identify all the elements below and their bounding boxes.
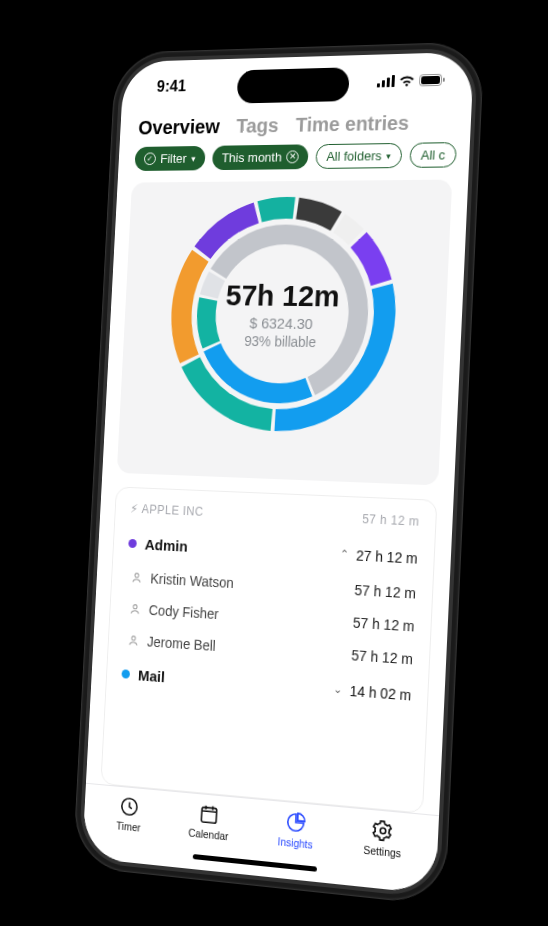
close-circle-icon: ✕ [286, 150, 299, 163]
chevron-down-icon: ⌄ [333, 683, 342, 697]
bolt-icon: ⚡︎ [130, 502, 138, 516]
person-name: Cody Fisher [148, 602, 219, 622]
svg-rect-0 [377, 83, 380, 87]
nav-calendar[interactable]: Calendar [188, 801, 230, 842]
folders-chip[interactable]: All folders ▾ [315, 143, 402, 169]
tab-time-entries[interactable]: Time entries [295, 112, 409, 137]
screen: 9:41 Overview Tags Time entries ✓ Filter… [82, 52, 474, 895]
period-label: This month [221, 150, 282, 166]
svg-point-9 [132, 636, 136, 640]
nav-settings-label: Settings [363, 843, 401, 859]
group-time: 14 h 02 m [349, 682, 411, 703]
person-time: 57 h 12 m [353, 614, 415, 634]
calendar-icon [198, 802, 220, 826]
status-time: 9:41 [156, 78, 186, 96]
group-color-dot [128, 539, 137, 548]
donut-chart: 57h 12m $ 6324.30 93% billable [162, 192, 405, 439]
extra-label: All c [421, 147, 446, 162]
nav-insights[interactable]: Insights [277, 810, 314, 851]
donut-center: 57h 12m $ 6324.30 93% billable [162, 192, 405, 439]
company-time: 57 h 12 m [362, 512, 420, 529]
dynamic-island [237, 67, 350, 103]
summary-chart-card: 57h 12m $ 6324.30 93% billable [117, 180, 452, 486]
tab-tags[interactable]: Tags [236, 114, 279, 137]
clock-icon [119, 795, 140, 819]
battery-icon [419, 74, 445, 87]
nav-calendar-label: Calendar [188, 826, 229, 842]
chevron-down-icon: ▾ [191, 153, 196, 163]
person-name: Kristin Watson [150, 571, 234, 592]
person-icon [130, 570, 143, 584]
svg-point-8 [133, 605, 137, 609]
svg-rect-1 [382, 80, 385, 87]
company-name: APPLE INC [141, 502, 204, 519]
person-icon [128, 602, 141, 617]
chevron-down-icon: ▾ [386, 151, 391, 161]
extra-chip[interactable]: All c [409, 142, 456, 168]
svg-rect-3 [391, 75, 395, 87]
nav-timer-label: Timer [116, 819, 141, 833]
filter-chip[interactable]: ✓ Filter ▾ [134, 146, 205, 171]
phone-frame: 9:41 Overview Tags Time entries ✓ Filter… [72, 41, 484, 906]
gear-icon [372, 818, 395, 843]
chevron-up-icon: ⌃ [339, 547, 348, 561]
nav-timer[interactable]: Timer [116, 795, 142, 834]
svg-rect-2 [387, 78, 390, 88]
person-time: 57 h 12 m [354, 582, 416, 602]
breakdown-list: ⚡︎APPLE INC 57 h 12 m Admin ⌃ 27 h 12 m … [100, 486, 437, 813]
status-icons [377, 74, 445, 88]
svg-rect-5 [421, 76, 440, 85]
pie-chart-icon [285, 810, 307, 834]
filter-chips: ✓ Filter ▾ This month ✕ All folders ▾ Al… [118, 142, 470, 183]
person-name: Jerome Bell [147, 634, 216, 654]
period-chip[interactable]: This month ✕ [212, 144, 309, 170]
person-icon [127, 633, 140, 648]
svg-point-7 [135, 573, 139, 577]
wifi-icon [398, 74, 415, 86]
group-time: 27 h 12 m [356, 547, 418, 566]
svg-rect-6 [443, 78, 445, 82]
group-color-dot [121, 669, 130, 678]
filter-label: Filter [160, 151, 187, 166]
person-time: 57 h 12 m [351, 647, 413, 668]
nav-settings[interactable]: Settings [363, 818, 403, 860]
cellular-icon [377, 75, 395, 87]
group-name: Mail [138, 667, 166, 686]
summary-billable: 93% billable [244, 333, 316, 350]
nav-insights-label: Insights [277, 835, 313, 851]
summary-time: 57h 12m [225, 278, 341, 313]
svg-rect-11 [202, 807, 217, 823]
svg-point-12 [380, 828, 386, 834]
tab-overview[interactable]: Overview [138, 116, 220, 140]
summary-amount: $ 6324.30 [249, 314, 313, 332]
group-name: Admin [144, 536, 188, 555]
folders-label: All folders [326, 148, 382, 164]
section-tabs: Overview Tags Time entries [120, 106, 472, 147]
check-circle-icon: ✓ [144, 152, 156, 165]
